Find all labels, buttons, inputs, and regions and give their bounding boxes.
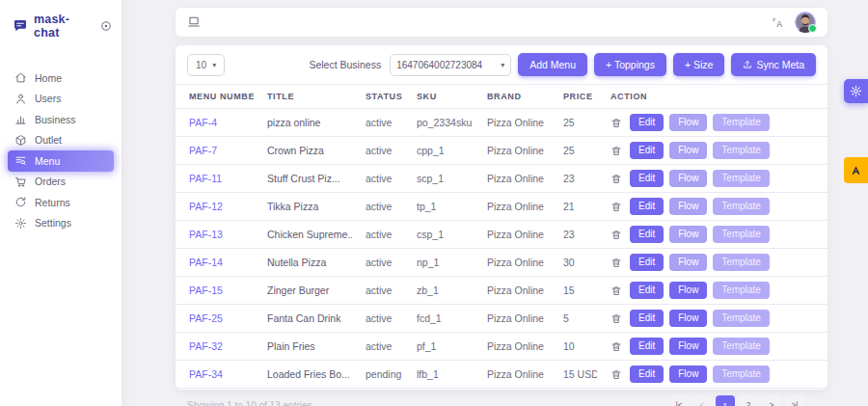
sidebar-item-label: Returns <box>35 197 70 208</box>
flow-button[interactable]: Flow <box>669 198 707 215</box>
edit-button[interactable]: Edit <box>630 170 664 187</box>
add-size-button[interactable]: + Size <box>673 53 724 76</box>
delete-icon[interactable] <box>610 368 622 381</box>
table-row: PAF-13 Chicken Supreme... active csp_1 P… <box>176 221 827 249</box>
edit-button[interactable]: Edit <box>630 254 664 271</box>
delete-icon[interactable] <box>610 201 622 213</box>
sidebar-item-settings[interactable]: Settings <box>8 213 114 234</box>
sidebar-item-label: Business <box>35 114 76 125</box>
template-button[interactable]: Template <box>713 338 770 355</box>
edit-button[interactable]: Edit <box>630 282 664 299</box>
menu-number-link[interactable]: PAF-34 <box>189 368 223 380</box>
template-button[interactable]: Template <box>713 365 770 383</box>
flow-button[interactable]: Flow <box>669 226 707 243</box>
menu-number-link[interactable]: PAF-4 <box>189 117 217 128</box>
delete-icon[interactable] <box>610 173 622 185</box>
menu-table-card: 10 ▾ Select Business 1647064002723084 ▾ … <box>176 45 827 390</box>
edit-button[interactable]: Edit <box>630 142 664 159</box>
flow-button[interactable]: Flow <box>669 282 707 299</box>
pagination-next-button[interactable]: > <box>762 395 781 406</box>
menu-number-link[interactable]: PAF-15 <box>189 284 223 296</box>
pagination-page-button[interactable]: 1 <box>716 395 735 406</box>
status-cell: active <box>352 277 403 305</box>
sidebar-item-outlet[interactable]: Outlet <box>8 130 114 151</box>
theme-customizer-button[interactable] <box>844 79 868 103</box>
menu-number-link[interactable]: PAF-14 <box>189 257 223 268</box>
delete-icon[interactable] <box>610 340 622 353</box>
language-switch-icon[interactable]: zA <box>772 15 785 29</box>
column-header: MENU NUMBER <box>176 85 254 109</box>
sidebar-item-menu[interactable]: Menu <box>8 150 114 172</box>
sidebar-item-label: Users <box>35 93 61 104</box>
title-cell: Nutella Pizza <box>254 249 352 277</box>
menu-number-link[interactable]: PAF-25 <box>189 312 223 324</box>
template-button[interactable]: Template <box>713 282 770 299</box>
title-cell: Crown Pizza <box>254 137 352 165</box>
flow-button[interactable]: Flow <box>669 114 707 131</box>
business-select[interactable]: 1647064002723084 ▾ <box>390 54 511 76</box>
add-toppings-button[interactable]: + Toppings <box>594 53 666 76</box>
flow-button[interactable]: Flow <box>669 254 707 271</box>
pagination-last-button[interactable]: >| <box>785 395 804 406</box>
price-cell: 25 <box>550 137 597 165</box>
sku-cell: lfb_1 <box>403 361 474 389</box>
sync-meta-button[interactable]: Sync Meta <box>731 53 816 76</box>
brand-shortcut-button[interactable] <box>844 157 868 183</box>
template-button[interactable]: Template <box>713 142 770 159</box>
pagination-first-button[interactable]: |< <box>669 395 689 406</box>
pagination-page-button[interactable]: 2 <box>739 395 758 406</box>
chevron-down-icon: ▾ <box>501 61 504 69</box>
sidebar-item-home[interactable]: Home <box>8 68 114 89</box>
status-cell: pending <box>352 361 403 389</box>
price-cell: 15 USD <box>550 361 597 389</box>
brand-cell: Pizza Online <box>474 165 550 193</box>
delete-icon[interactable] <box>610 257 622 269</box>
edit-button[interactable]: Edit <box>630 114 664 131</box>
sidebar-item-orders[interactable]: Orders <box>8 172 114 193</box>
edit-button[interactable]: Edit <box>630 226 664 243</box>
delete-icon[interactable] <box>610 229 622 241</box>
table-row: PAF-14 Nutella Pizza active np_1 Pizza O… <box>176 249 827 277</box>
sidebar-collapse-toggle-icon[interactable] <box>100 20 112 32</box>
brand-cell: Pizza Online <box>474 249 550 277</box>
template-button[interactable]: Template <box>713 198 770 215</box>
table-row: PAF-7 Crown Pizza active cpp_1 Pizza Onl… <box>176 137 827 165</box>
delete-icon[interactable] <box>610 312 622 325</box>
table-row: PAF-4 pizza online active po_2334sku Piz… <box>176 109 827 137</box>
menu-number-link[interactable]: PAF-7 <box>189 145 217 156</box>
edit-button[interactable]: Edit <box>630 310 664 327</box>
menu-number-link[interactable]: PAF-12 <box>189 201 223 212</box>
sidebar-item-users[interactable]: Users <box>8 89 114 110</box>
template-button[interactable]: Template <box>713 254 770 271</box>
template-button[interactable]: Template <box>713 170 770 187</box>
flow-button[interactable]: Flow <box>669 310 707 327</box>
flow-button[interactable]: Flow <box>669 365 707 383</box>
display-toggle-icon[interactable] <box>187 15 201 29</box>
table-row: PAF-15 Zinger Burger active zb_1 Pizza O… <box>176 277 827 305</box>
template-button[interactable]: Template <box>713 114 770 131</box>
flow-button[interactable]: Flow <box>669 338 707 355</box>
sidebar-item-business[interactable]: Business <box>8 109 114 130</box>
pagination-prev-button[interactable]: < <box>692 395 712 406</box>
page-size-select[interactable]: 10 ▾ <box>187 54 225 76</box>
delete-icon[interactable] <box>610 117 622 129</box>
delete-icon[interactable] <box>610 284 622 297</box>
edit-button[interactable]: Edit <box>630 365 664 383</box>
flow-button[interactable]: Flow <box>669 170 707 187</box>
flow-button[interactable]: Flow <box>669 142 707 159</box>
edit-button[interactable]: Edit <box>630 338 664 355</box>
template-button[interactable]: Template <box>713 310 770 327</box>
add-menu-button[interactable]: Add Menu <box>518 53 587 76</box>
user-avatar[interactable] <box>795 12 816 33</box>
edit-button[interactable]: Edit <box>630 198 664 215</box>
sku-cell: scp_1 <box>403 165 474 193</box>
brand-cell: Pizza Online <box>474 305 550 333</box>
delete-icon[interactable] <box>610 145 622 157</box>
menu-number-link[interactable]: PAF-32 <box>189 340 223 352</box>
status-cell: active <box>352 165 403 193</box>
chevron-down-icon: ▾ <box>212 61 216 69</box>
menu-number-link[interactable]: PAF-13 <box>189 229 223 240</box>
template-button[interactable]: Template <box>713 226 770 243</box>
sidebar-item-returns[interactable]: Returns <box>8 192 114 213</box>
menu-number-link[interactable]: PAF-11 <box>189 173 222 184</box>
